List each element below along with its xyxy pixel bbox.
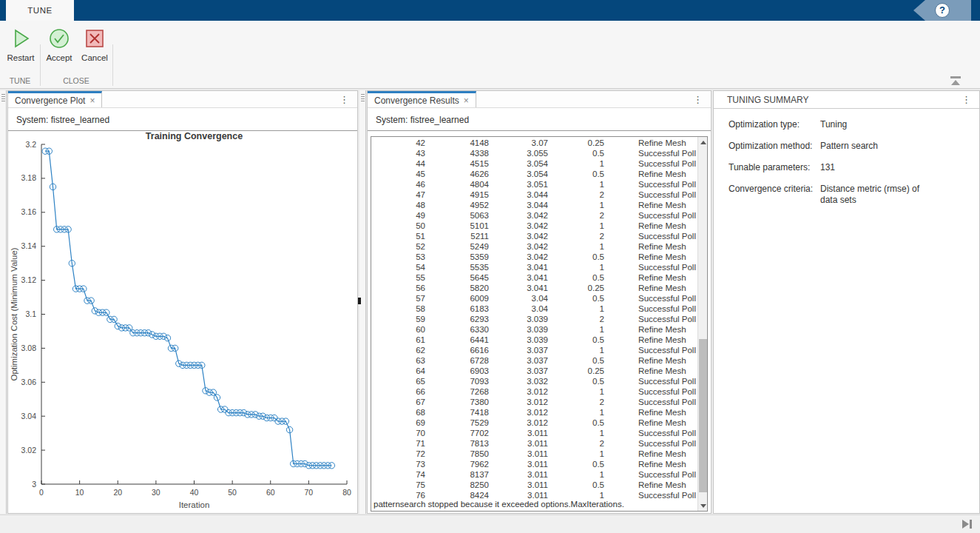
table-cell: 45 bbox=[372, 169, 425, 179]
table-cell: 2 bbox=[548, 314, 604, 324]
table-cell: 5535 bbox=[425, 262, 489, 272]
cancel-button[interactable]: Cancel bbox=[75, 27, 114, 62]
table-cell: 52 bbox=[372, 241, 425, 252]
table-cell: 7380 bbox=[425, 397, 489, 407]
table-cell: 4515 bbox=[425, 158, 489, 169]
kebab-menu-icon[interactable]: ⋮ bbox=[958, 93, 975, 107]
table-row: 5353593.0420.5Refine Mesh bbox=[372, 252, 697, 262]
table-cell: 3.041 bbox=[489, 283, 548, 293]
table-cell: 0.5 bbox=[548, 272, 604, 283]
panel-splitter-handle[interactable] bbox=[358, 298, 361, 304]
table-cell: 3.042 bbox=[489, 231, 548, 241]
table-cell: Successful Poll bbox=[604, 428, 696, 438]
svg-text:3.02: 3.02 bbox=[21, 446, 37, 455]
table-row: 7582503.0110.5Refine Mesh bbox=[372, 480, 697, 490]
kebab-menu-icon[interactable]: ⋮ bbox=[336, 93, 353, 107]
scroll-down-arrow-icon[interactable] bbox=[698, 500, 708, 511]
svg-text:40: 40 bbox=[190, 488, 199, 497]
table-cell: 54 bbox=[372, 262, 425, 272]
plot-panel-drag-handle[interactable] bbox=[0, 90, 7, 514]
table-cell: 2 bbox=[548, 210, 604, 221]
table-cell: 3.07 bbox=[489, 138, 548, 148]
field-label: Optimization type: bbox=[729, 119, 820, 130]
expand-panel-icon[interactable] bbox=[962, 519, 974, 529]
table-cell: 58 bbox=[372, 304, 425, 314]
table-cell: 3.041 bbox=[489, 272, 548, 283]
table-cell: 1 bbox=[548, 304, 604, 314]
results-tabbar: Convergence Results × ⋮ bbox=[368, 91, 711, 108]
tab-convergence-plot[interactable]: Convergence Plot × bbox=[8, 91, 102, 107]
table-row: 7077023.0111Successful Poll bbox=[372, 428, 697, 438]
table-cell: 8137 bbox=[425, 469, 489, 480]
scroll-up-arrow-icon[interactable] bbox=[698, 137, 708, 147]
ribbon-tab-tune[interactable]: TUNE bbox=[6, 0, 74, 21]
table-cell: 6293 bbox=[425, 314, 489, 324]
table-cell: Successful Poll bbox=[604, 438, 696, 449]
table-cell: 5359 bbox=[425, 252, 489, 262]
table-cell: 5063 bbox=[425, 210, 489, 221]
table-cell: 6330 bbox=[425, 324, 489, 335]
table-cell: Successful Poll bbox=[604, 314, 696, 324]
table-cell: Refine Mesh bbox=[604, 272, 686, 283]
tab-convergence-results-label: Convergence Results bbox=[374, 95, 459, 106]
table-cell: 2 bbox=[548, 190, 604, 200]
vertical-scrollbar[interactable] bbox=[697, 137, 707, 511]
table-row: 4546263.0540.5Refine Mesh bbox=[372, 169, 697, 179]
table-cell: 5249 bbox=[425, 241, 489, 252]
restart-button[interactable]: Restart bbox=[1, 27, 40, 62]
table-cell: Refine Mesh bbox=[604, 335, 686, 345]
svg-text:Optimization Cost (Minimum Val: Optimization Cost (Minimum Value) bbox=[10, 247, 18, 381]
results-table: 4241483.070.25Refine Mesh4343383.0550.5S… bbox=[371, 136, 708, 512]
cancel-button-label: Cancel bbox=[81, 53, 108, 62]
table-cell: 3.055 bbox=[489, 148, 548, 158]
table-cell: 1 bbox=[548, 386, 604, 397]
table-cell: 1 bbox=[548, 324, 604, 335]
table-cell: 0.25 bbox=[548, 138, 604, 148]
summary-title: TUNING SUMMARY bbox=[727, 95, 808, 105]
table-cell: 1 bbox=[548, 179, 604, 190]
table-cell: 3.011 bbox=[489, 480, 548, 490]
table-cell: 69 bbox=[372, 418, 425, 428]
table-cell: 60 bbox=[372, 324, 425, 335]
status-bar bbox=[0, 514, 980, 533]
table-row: 5152113.0422Successful Poll bbox=[372, 231, 697, 241]
table-cell: 47 bbox=[372, 190, 425, 200]
solver-status-message: patternsearch stopped because it exceede… bbox=[374, 498, 697, 510]
table-cell: Refine Mesh bbox=[604, 221, 686, 231]
table-cell: 1 bbox=[548, 428, 604, 438]
table-cell: 59 bbox=[372, 314, 425, 324]
table-row: 4445153.0541Successful Poll bbox=[372, 158, 697, 169]
svg-text:20: 20 bbox=[113, 488, 122, 497]
convergence-plot-panel: Convergence Plot × ⋮ System: fistree_lea… bbox=[7, 90, 358, 514]
accept-button[interactable]: Accept bbox=[40, 27, 78, 62]
close-icon[interactable]: × bbox=[89, 95, 95, 106]
table-cell: Successful Poll bbox=[604, 293, 696, 304]
table-row: 4749153.0442Successful Poll bbox=[372, 190, 697, 200]
table-cell: 1 bbox=[548, 221, 604, 231]
table-cell: 5211 bbox=[425, 231, 489, 241]
collapse-ribbon-icon[interactable] bbox=[950, 76, 962, 87]
table-cell: 3.041 bbox=[489, 262, 548, 272]
table-cell: 0.5 bbox=[548, 335, 604, 345]
help-button[interactable]: ? bbox=[935, 3, 950, 18]
table-cell: 3.042 bbox=[489, 210, 548, 221]
table-cell: 1 bbox=[548, 262, 604, 272]
table-cell: 7702 bbox=[425, 428, 489, 438]
kebab-menu-icon[interactable]: ⋮ bbox=[689, 93, 706, 107]
table-row: 6874183.0121Refine Mesh bbox=[372, 407, 697, 418]
table-cell: 70 bbox=[372, 428, 425, 438]
plot-system-label: System: fistree_learned bbox=[8, 108, 357, 130]
close-icon[interactable]: × bbox=[464, 95, 469, 106]
table-cell: 0.5 bbox=[548, 480, 604, 490]
table-row: 6469033.0370.25Refine Mesh bbox=[372, 366, 697, 376]
tab-convergence-results[interactable]: Convergence Results × bbox=[368, 91, 476, 107]
table-cell: 3.011 bbox=[489, 469, 548, 480]
table-row: 7481373.0111Successful Poll bbox=[372, 469, 697, 480]
table-cell: 7813 bbox=[425, 438, 489, 449]
table-cell: 1 bbox=[548, 345, 604, 355]
table-row: 6164413.0390.5Refine Mesh bbox=[372, 335, 697, 345]
table-cell: 66 bbox=[372, 386, 425, 397]
svg-text:3.2: 3.2 bbox=[25, 140, 36, 149]
scrollbar-thumb[interactable] bbox=[699, 339, 707, 492]
table-cell: 1 bbox=[548, 407, 604, 418]
